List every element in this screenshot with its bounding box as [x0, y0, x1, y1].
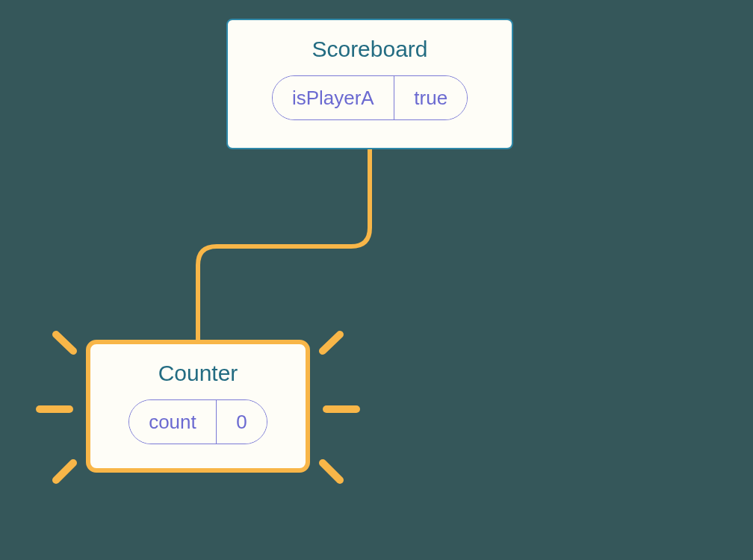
node-scoreboard-title: Scoreboard — [249, 37, 491, 62]
node-counter: Counter count 0 — [86, 340, 310, 473]
svg-line-0 — [56, 335, 73, 351]
prop-key: isPlayerA — [273, 76, 394, 119]
svg-line-3 — [323, 335, 340, 351]
diagram-stage: Scoreboard isPlayerA true Counter count … — [0, 0, 753, 560]
prop-pill-count: count 0 — [128, 399, 267, 444]
svg-line-5 — [323, 463, 340, 480]
svg-line-2 — [56, 463, 73, 480]
prop-value: 0 — [217, 400, 266, 444]
prop-value: true — [394, 76, 467, 119]
node-counter-title: Counter — [111, 361, 285, 386]
node-scoreboard: Scoreboard isPlayerA true — [226, 19, 513, 149]
prop-pill-isplayera: isPlayerA true — [272, 75, 468, 120]
edge-scoreboard-to-counter — [198, 149, 370, 340]
prop-key: count — [129, 400, 216, 444]
